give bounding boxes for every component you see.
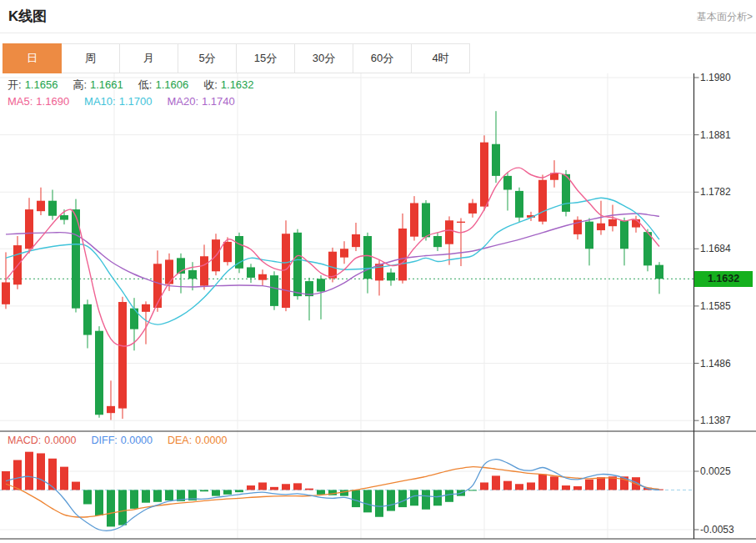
candle	[60, 215, 68, 220]
high-value: 1.1661	[90, 78, 123, 91]
macd-bar	[585, 480, 593, 490]
low-value: 1.1606	[155, 78, 188, 91]
macd-bar	[503, 481, 512, 490]
y-axis-label: 1.1881	[700, 128, 753, 142]
ma10-label: MA10:	[84, 95, 116, 108]
macd-value: 0.0000	[44, 435, 76, 446]
candle	[83, 304, 92, 335]
macd-bar	[153, 490, 162, 501]
candle	[433, 236, 442, 247]
candle	[480, 143, 488, 207]
y-axis-label: 1.1486	[700, 357, 753, 370]
candle	[503, 176, 512, 190]
macd-bar	[83, 490, 92, 504]
candle	[142, 304, 150, 312]
macd-legend: MACD:0.0000DIFF:0.0000DEA:0.0000	[8, 435, 230, 446]
ma20-label: MA20:	[167, 95, 198, 108]
candle	[410, 203, 418, 236]
ma20-value: 1.1740	[202, 95, 235, 108]
candle	[538, 180, 547, 222]
candle	[107, 406, 115, 413]
macd-bar	[562, 485, 570, 490]
macd-bar	[60, 467, 68, 490]
kline-page: K线图 基本面分析> 日周月5分15分30分60分4时 开:1.1656高:1.…	[0, 0, 756, 543]
macd-bar	[480, 482, 488, 490]
macd-bar	[282, 484, 290, 490]
candle	[188, 270, 197, 279]
candle	[95, 331, 103, 415]
macd-bar	[235, 490, 243, 492]
macd-bar	[410, 490, 418, 505]
candle	[118, 302, 127, 409]
candle	[562, 174, 570, 212]
macd-axis-label: 0.0025	[700, 465, 753, 478]
macd-bar	[25, 452, 33, 490]
macd-bar	[317, 490, 325, 494]
y-axis-label: 1.1684	[700, 242, 753, 255]
macd-bar	[468, 490, 477, 490]
macd-bar	[363, 490, 372, 512]
ma5-value: 1.1690	[36, 95, 69, 108]
macd-bar	[515, 484, 523, 490]
macd-bar	[597, 477, 605, 490]
candle	[258, 274, 267, 280]
candle	[363, 236, 372, 279]
macd-bar	[538, 475, 547, 490]
period-tab-0[interactable]: 日	[3, 43, 62, 73]
y-axis-label: 1.1387	[700, 414, 753, 427]
candle	[422, 203, 430, 237]
candle	[317, 279, 325, 291]
candle	[643, 232, 652, 265]
macd-bar	[13, 460, 22, 490]
candle	[468, 203, 477, 213]
candle	[37, 201, 45, 211]
macd-bar	[305, 489, 313, 490]
ma10-value: 1.1700	[119, 95, 153, 108]
low-label: 低:	[138, 78, 153, 91]
candle	[608, 219, 617, 226]
candle	[165, 259, 173, 284]
candle	[398, 229, 407, 280]
macd-bar	[433, 490, 442, 505]
ohlc-legend: 开:1.1656高:1.1661低:1.1606收:1.1632	[8, 78, 258, 93]
close-value: 1.1632	[221, 78, 254, 91]
macd-bar	[142, 490, 150, 502]
macd-bar	[212, 490, 220, 495]
macd-bar	[95, 490, 103, 515]
macd-bar	[398, 490, 407, 507]
candle	[492, 144, 500, 176]
macd-bar	[573, 486, 582, 490]
candle	[620, 220, 628, 249]
dea-label: DEA:	[168, 435, 192, 446]
macd-bar	[247, 485, 255, 490]
candle	[270, 275, 278, 306]
macd-bar	[223, 490, 232, 494]
macd-bar	[270, 487, 278, 490]
macd-axis-label: -0.0053	[700, 523, 753, 536]
macd-bar	[550, 476, 558, 490]
macd-bar	[375, 490, 383, 516]
macd-bar	[72, 482, 80, 490]
candle	[655, 265, 663, 279]
candle	[515, 191, 523, 218]
candle	[328, 252, 337, 279]
candle	[352, 234, 360, 247]
candle	[200, 256, 208, 285]
current-price-badge: 1.1632	[694, 271, 753, 287]
macd-bar	[200, 490, 208, 491]
macd-bar	[37, 453, 45, 490]
macd-bar	[130, 490, 138, 508]
macd-bar	[118, 490, 127, 525]
candle	[2, 282, 10, 304]
diff-label: DIFF:	[92, 435, 118, 446]
macd-bar	[107, 490, 115, 526]
open-value: 1.1656	[25, 78, 58, 91]
candle	[247, 267, 255, 277]
candle	[445, 220, 453, 244]
macd-bar	[258, 482, 267, 490]
y-axis-label: 1.1782	[700, 185, 753, 199]
open-label: 开:	[8, 78, 22, 91]
macd-bar	[527, 482, 535, 490]
macd-bar	[492, 475, 500, 490]
ma-legend: MA5:1.1690MA10:1.1700MA20:1.1740	[8, 95, 238, 108]
